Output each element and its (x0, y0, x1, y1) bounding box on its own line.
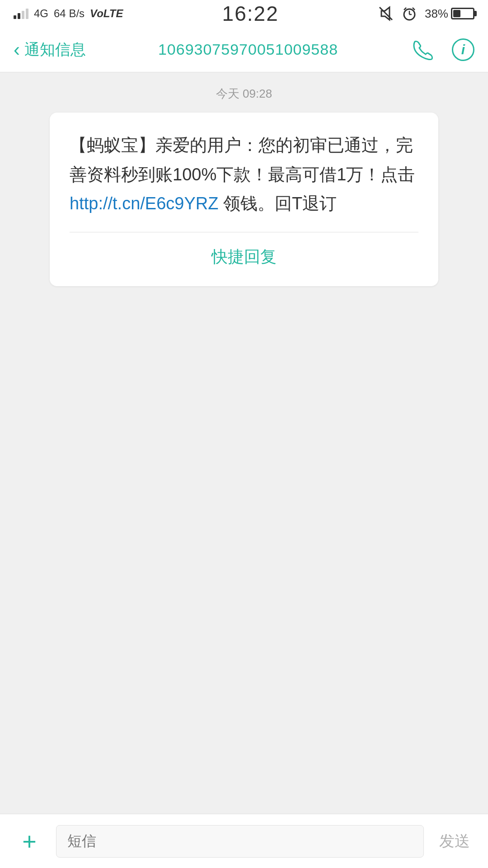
message-divider (70, 232, 418, 232)
add-button[interactable]: + (14, 826, 45, 857)
phone-number: 10693075970051009588 (158, 41, 338, 58)
back-chevron-icon: ‹ (14, 40, 20, 59)
network-speed: 64 B/s (54, 7, 84, 20)
mute-icon (378, 5, 394, 22)
signal-icon (14, 9, 28, 19)
status-left: 4G 64 B/s VoLTE (14, 7, 123, 20)
info-icon[interactable]: i (452, 38, 474, 61)
network-type: 4G (34, 7, 48, 20)
message-bubble: 【蚂蚁宝】亲爱的用户：您的初审已通过，完善资料秒到账100%下款！最高可借1万！… (50, 113, 438, 286)
back-label: 通知信息 (24, 39, 86, 60)
nav-bar: ‹ 通知信息 10693075970051009588 i (0, 27, 488, 72)
message-input[interactable] (56, 825, 424, 858)
status-bar: 4G 64 B/s VoLTE 16:22 38% (0, 0, 488, 27)
volte-label: VoLTE (90, 7, 123, 20)
message-text-after-link: 领钱。回T退订 (223, 194, 337, 213)
nav-actions: i (410, 38, 474, 61)
back-button[interactable]: ‹ 通知信息 (14, 39, 86, 60)
status-right: 38% (378, 5, 474, 22)
status-time: 16:22 (222, 1, 279, 26)
message-link[interactable]: http://t.cn/E6c9YRZ (70, 194, 218, 213)
message-text-before-link: 【蚂蚁宝】亲爱的用户：您的初审已通过，完善资料秒到账100%下款！最高可借1万！… (70, 136, 415, 184)
battery-icon (451, 8, 474, 19)
battery-percent: 38% (425, 7, 448, 21)
call-icon[interactable] (410, 38, 434, 61)
send-button[interactable]: 发送 (435, 831, 474, 852)
quick-reply-button[interactable]: 快捷回复 (70, 246, 418, 268)
battery-container: 38% (425, 7, 474, 21)
message-area: 今天 09:28 【蚂蚁宝】亲爱的用户：您的初审已通过，完善资料秒到账100%下… (0, 72, 488, 814)
info-icon-label: i (461, 42, 465, 57)
alarm-icon (401, 5, 418, 22)
message-text: 【蚂蚁宝】亲爱的用户：您的初审已通过，完善资料秒到账100%下款！最高可借1万！… (70, 131, 418, 218)
message-timestamp: 今天 09:28 (216, 86, 272, 102)
input-area: + 发送 (0, 814, 488, 868)
